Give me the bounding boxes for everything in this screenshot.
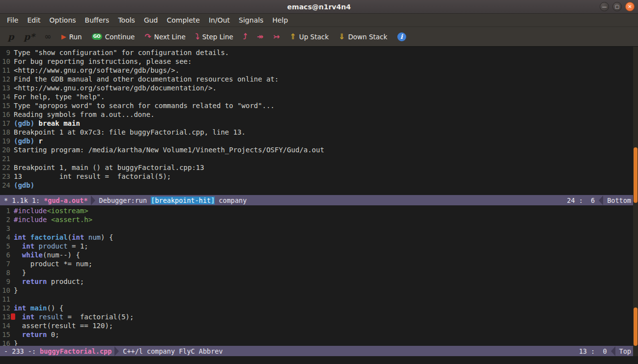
gud-continue-button[interactable]: GOContinue bbox=[87, 30, 139, 43]
gud-print-deref-button[interactable]: p* bbox=[20, 30, 39, 44]
minimize-button[interactable]: — bbox=[600, 2, 609, 11]
buffer-name: *gud-a.out* bbox=[44, 196, 87, 204]
emacs-frame: emacs@n1rv4n4 —▢✕ FileEditOptionsBuffers… bbox=[0, 0, 638, 364]
menu-options[interactable]: Options bbox=[45, 15, 81, 26]
finish-function-icon: ⤴ bbox=[243, 33, 247, 41]
line-number: 6 bbox=[0, 251, 10, 259]
menu-inout[interactable]: In/Out bbox=[204, 15, 234, 26]
gdb-line-23: 2313 int result = factorial(5); bbox=[0, 172, 633, 181]
line-number: 7 bbox=[0, 259, 10, 268]
gdb-output-buffer[interactable]: 9Type "show configuration" for configura… bbox=[0, 47, 633, 195]
gdb-line-24: 24(gdb) bbox=[0, 181, 633, 190]
menu-file[interactable]: File bbox=[2, 15, 23, 26]
gdb-scrollbar-thumb[interactable] bbox=[634, 147, 638, 203]
modeline-position: 13 : 0 bbox=[579, 347, 607, 355]
gud-down-stack-button[interactable]: ⇓Down Stack bbox=[334, 30, 391, 43]
gud-step-line-button[interactable]: ⤵Step Line bbox=[191, 30, 238, 43]
gud-up-stack-button-label: Up Stack bbox=[299, 33, 329, 41]
line-number: 17 bbox=[0, 119, 10, 128]
titlebar[interactable]: emacs@n1rv4n4 —▢✕ bbox=[0, 0, 638, 14]
gud-step-insn-button[interactable]: ↣ bbox=[269, 30, 284, 43]
gdb-line-13: 13<http://www.gnu.org/software/gdb/docum… bbox=[0, 84, 633, 92]
line-number: 9 bbox=[0, 277, 10, 286]
line-number: 10 bbox=[0, 286, 10, 295]
line-number: 5 bbox=[0, 242, 10, 251]
powerline-separator-icon bbox=[599, 196, 603, 205]
src-line-10: 10} bbox=[0, 286, 633, 295]
modeline-source-buffer: - 233 -: buggyFactorial.cpp C++/l compan… bbox=[0, 346, 638, 356]
src-line-6: 6 while(num--) { bbox=[0, 251, 633, 259]
down-stack-icon: ⇓ bbox=[338, 33, 345, 41]
gdb-line-14: 14For help, type "help". bbox=[0, 92, 633, 101]
info-button[interactable]: i bbox=[393, 30, 411, 44]
line-number: 19 bbox=[0, 137, 10, 145]
gdb-line-18: 18Breakpoint 1 at 0x7c3: file buggyFacto… bbox=[0, 128, 633, 137]
line-number: 14 bbox=[0, 92, 10, 101]
modeline-position: 24 : 6 bbox=[567, 196, 595, 204]
gud-finish-button[interactable]: ⤴ bbox=[239, 30, 251, 43]
gud-watch-button[interactable]: ∞ bbox=[40, 30, 56, 43]
maximize-button[interactable]: ▢ bbox=[612, 2, 622, 11]
breakpoint-marker[interactable] bbox=[11, 313, 15, 320]
menu-signals[interactable]: Signals bbox=[234, 15, 268, 26]
close-button[interactable]: ✕ bbox=[625, 2, 635, 11]
line-number: 11 bbox=[0, 66, 10, 75]
modeline-status-prefix: - 233 -: bbox=[4, 347, 36, 355]
menu-buffers[interactable]: Buffers bbox=[81, 15, 114, 26]
source-scrollbar-thumb[interactable] bbox=[634, 308, 638, 346]
line-number: 1 bbox=[0, 206, 10, 215]
gdb-line-15: 15Type "apropos word" to search for comm… bbox=[0, 101, 633, 110]
gud-print-button[interactable]: p bbox=[3, 30, 19, 44]
src-line-2: 2#include <assert.h> bbox=[0, 215, 633, 224]
src-line-3: 3 bbox=[0, 224, 633, 233]
step-instruction-icon: ↣ bbox=[273, 33, 279, 41]
src-line-1: 1#include<iostream> bbox=[0, 206, 633, 215]
echo-area[interactable]: Switched to thread 1 bbox=[0, 356, 638, 364]
line-number: 16 bbox=[0, 110, 10, 119]
gud-next-line-button-label: Next Line bbox=[154, 33, 186, 41]
modeline-left: * 1.1k 1: *gud-a.out* Debugger:run [brea… bbox=[0, 196, 247, 205]
src-line-11: 11 bbox=[0, 295, 633, 304]
line-number: 12 bbox=[0, 304, 10, 312]
line-number: 13 bbox=[0, 84, 10, 92]
powerline-separator-icon bbox=[114, 346, 119, 356]
info-icon: i bbox=[397, 32, 406, 41]
step-line-icon: ⤵ bbox=[195, 33, 199, 41]
gud-next-line-button[interactable]: ↷Next Line bbox=[140, 30, 190, 43]
line-number: 21 bbox=[0, 154, 10, 163]
modeline-right: 24 : 6 Bottom bbox=[567, 196, 638, 205]
src-line-14: 14 assert(result == 120); bbox=[0, 321, 633, 330]
run-icon: ▶ bbox=[61, 33, 66, 40]
line-number: 9 bbox=[0, 48, 10, 57]
gud-run-button[interactable]: ▶Run bbox=[57, 30, 86, 43]
modeline-minor-modes: company bbox=[215, 196, 247, 204]
line-number: 16 bbox=[0, 339, 10, 346]
menu-edit[interactable]: Edit bbox=[23, 15, 45, 26]
modeline-right: 13 : 0 Top bbox=[579, 346, 638, 356]
gdb-line-22: 22Breakpoint 1, main () at buggyFactoria… bbox=[0, 163, 633, 172]
window-controls: —▢✕ bbox=[600, 2, 635, 11]
src-line-4: 4int factorial(int num) { bbox=[0, 233, 633, 242]
src-line-9: 9 return product; bbox=[0, 277, 633, 286]
minimize-icon: — bbox=[602, 4, 607, 9]
menu-help[interactable]: Help bbox=[268, 15, 292, 26]
window-title: emacs@n1rv4n4 bbox=[287, 3, 351, 11]
powerline-separator-icon bbox=[91, 196, 95, 205]
gud-down-stack-button-label: Down Stack bbox=[348, 33, 388, 41]
menu-complete[interactable]: Complete bbox=[163, 15, 204, 26]
next-instruction-icon: ↠ bbox=[257, 33, 263, 41]
gdb-scrollbar[interactable] bbox=[633, 47, 638, 205]
gud-step-line-button-label: Step Line bbox=[202, 33, 233, 41]
modeline-mode: C++/l company FlyC Abbrev bbox=[123, 347, 222, 355]
gud-up-stack-button[interactable]: ⇑Up Stack bbox=[285, 30, 333, 43]
line-number: 23 bbox=[0, 172, 10, 181]
line-number: 13 bbox=[0, 312, 10, 321]
go-icon: GO bbox=[92, 33, 102, 40]
menu-gud[interactable]: Gud bbox=[139, 15, 163, 26]
gdb-line-20: 20Starting program: /media/kartha/New Vo… bbox=[0, 145, 633, 154]
menu-tools[interactable]: Tools bbox=[113, 15, 139, 26]
source-scrollbar[interactable] bbox=[633, 205, 638, 356]
source-code-buffer[interactable]: 1#include<iostream>2#include <assert.h>3… bbox=[0, 205, 633, 346]
src-line-5: 5 int product = 1; bbox=[0, 242, 633, 251]
gud-next-insn-button[interactable]: ↠ bbox=[252, 30, 268, 43]
